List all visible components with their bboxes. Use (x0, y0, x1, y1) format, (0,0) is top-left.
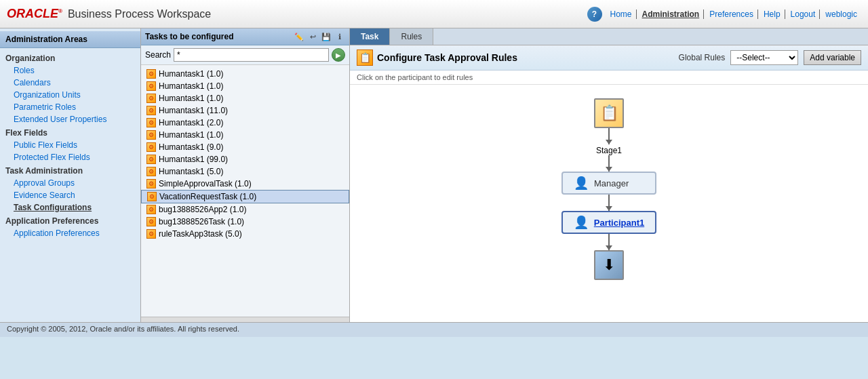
task-list-item[interactable]: ⚙ruleTaskApp3task (5.0) (141, 228, 349, 240)
task-icon: ⚙ (146, 69, 156, 79)
sidebar-section-header: Task Administration (0, 163, 140, 177)
add-variable-button[interactable]: Add variable (804, 50, 861, 65)
task-item-label: SimpleApprovalTask (1.0) (159, 179, 252, 188)
task-icon: ⚙ (146, 142, 156, 152)
sidebar: Administration Areas OrganizationRolesCa… (0, 28, 141, 322)
task-list-item[interactable]: ⚙Humantask1 (99.0) (141, 153, 349, 165)
oracle-logo: ORACLE® (7, 7, 62, 21)
sidebar-item[interactable]: Evidence Search (0, 189, 140, 201)
task-item-label: Humantask1 (99.0) (159, 155, 228, 164)
sidebar-item[interactable]: Organization Units (0, 89, 140, 101)
end-icon: ⬇ (594, 250, 624, 280)
save-icon[interactable]: 💾 (321, 31, 332, 42)
nav-help[interactable]: Help (760, 9, 785, 19)
help-circle-icon[interactable]: ? (587, 7, 602, 22)
task-list-item[interactable]: ⚙SimpleApprovalTask (1.0) (141, 178, 349, 190)
task-icon: ⚙ (146, 106, 156, 115)
sidebar-item[interactable]: Roles (0, 64, 140, 77)
task-list-item[interactable]: ⚙Humantask1 (1.0) (141, 92, 349, 104)
task-icon: ⚙ (146, 179, 156, 188)
start-icon: 📋 (594, 98, 624, 128)
task-list-item[interactable]: ⚙VacationRequestTask (1.0) (141, 190, 349, 203)
sidebar-section-header: Application Preferences (0, 214, 140, 227)
nav-preferences[interactable]: Preferences (705, 9, 758, 19)
nav-links: Home Administration Preferences Help Log… (606, 9, 861, 19)
task-icon: ⚙ (147, 192, 157, 201)
search-button[interactable]: ▶ (332, 48, 345, 62)
task-item-label: Humantask1 (1.0) (159, 81, 223, 91)
task-icon: ⚙ (146, 217, 156, 226)
tabs-bar: TaskRules (350, 28, 868, 45)
participant1-box[interactable]: 👤 Participant1 (561, 211, 656, 234)
task-item-label: VacationRequestTask (1.0) (159, 192, 256, 201)
task-list-item[interactable]: ⚙Humantask1 (11.0) (141, 104, 349, 117)
edit-icon[interactable]: ✏️ (294, 31, 304, 42)
task-icon: ⚙ (146, 81, 156, 91)
sidebar-item[interactable]: Parametric Roles (0, 101, 140, 113)
sidebar-section-header: Flex Fields (0, 125, 140, 139)
task-list-item[interactable]: ⚙Humantask1 (9.0) (141, 141, 349, 153)
task-icon: ⚙ (146, 205, 156, 214)
search-input[interactable] (174, 48, 329, 62)
task-item-label: Humantask1 (11.0) (159, 106, 228, 115)
footer: Copyright © 2005, 2012, Oracle and/or it… (0, 322, 868, 337)
nav-user[interactable]: weblogic (821, 9, 861, 19)
manager-person-icon: 👤 (574, 176, 589, 191)
sidebar-item[interactable]: Application Preferences (0, 227, 140, 239)
manager-node: 👤 Manager (561, 172, 656, 195)
sidebar-item[interactable]: Task Configurations (0, 201, 140, 214)
task-item-label: Humantask1 (2.0) (159, 118, 223, 127)
sidebar-title: Administration Areas (0, 31, 140, 48)
nav-home[interactable]: Home (606, 9, 637, 19)
right-panel: TaskRules 📋 Configure Task Approval Rule… (350, 28, 868, 322)
sidebar-item[interactable]: Public Flex Fields (0, 139, 140, 151)
content-area: Administration Areas OrganizationRolesCa… (0, 28, 868, 322)
header: ORACLE® Business Process Workspace ? Hom… (0, 0, 868, 28)
task-icon: ⚙ (146, 229, 156, 239)
task-item-label: Humantask1 (9.0) (159, 142, 223, 152)
task-list-item[interactable]: ⚙Humantask1 (1.0) (141, 129, 349, 141)
manager-box[interactable]: 👤 Manager (561, 172, 656, 195)
task-icon: ⚙ (146, 118, 156, 127)
nav-logout[interactable]: Logout (787, 9, 821, 19)
task-item-label: bug13888526App2 (1.0) (159, 205, 246, 214)
tab-rules[interactable]: Rules (390, 28, 433, 45)
right-header-right: Global Rules --Select-- Add variable (679, 50, 861, 65)
task-list-item[interactable]: ⚙Humantask1 (5.0) (141, 165, 349, 178)
participant1-name: Participant1 (594, 218, 644, 228)
task-list-item[interactable]: ⚙Humantask1 (1.0) (141, 68, 349, 80)
global-rules-select[interactable]: --Select-- (730, 50, 798, 65)
sidebar-item[interactable]: Calendars (0, 77, 140, 89)
global-rules-label: Global Rules (679, 53, 726, 62)
middle-toolbar: Tasks to be configured ✏️ ↩ 💾 ℹ (141, 28, 349, 45)
search-area: Search ▶ (141, 45, 349, 65)
stage1-node: Stage1 (596, 144, 622, 155)
subtitle: Click on the participant to edit rules (350, 71, 868, 85)
task-list-item[interactable]: ⚙bug13888526Task (1.0) (141, 216, 349, 228)
search-label: Search (145, 50, 171, 60)
horizontal-scrollbar[interactable] (141, 317, 349, 322)
manager-name: Manager (594, 178, 629, 188)
undo-icon[interactable]: ↩ (307, 31, 318, 42)
start-node: 📋 (594, 98, 624, 128)
task-item-label: Humantask1 (1.0) (159, 69, 223, 79)
task-item-label: Humantask1 (1.0) (159, 130, 223, 140)
sidebar-item[interactable]: Approval Groups (0, 177, 140, 189)
right-content: 📋 Configure Task Approval Rules Global R… (350, 45, 868, 322)
task-item-label: ruleTaskApp3task (5.0) (159, 229, 242, 239)
sidebar-item[interactable]: Protected Flex Fields (0, 151, 140, 163)
task-list-item[interactable]: ⚙Humantask1 (2.0) (141, 117, 349, 129)
tab-task[interactable]: Task (350, 28, 390, 45)
task-item-label: Humantask1 (1.0) (159, 94, 223, 103)
info-icon[interactable]: ℹ (334, 31, 345, 42)
page-icon: 📋 (357, 49, 373, 66)
footer-text: Copyright © 2005, 2012, Oracle and/or it… (7, 325, 239, 333)
middle-panel-title: Tasks to be configured (145, 32, 291, 41)
right-header-left: 📋 Configure Task Approval Rules (357, 49, 517, 66)
nav-administration[interactable]: Administration (638, 9, 705, 19)
sidebar-item[interactable]: Extended User Properties (0, 113, 140, 125)
arrow-1 (608, 128, 610, 144)
task-list-item[interactable]: ⚙bug13888526App2 (1.0) (141, 203, 349, 216)
task-list-item[interactable]: ⚙Humantask1 (1.0) (141, 80, 349, 92)
sidebar-section-header: Organization (0, 51, 140, 64)
